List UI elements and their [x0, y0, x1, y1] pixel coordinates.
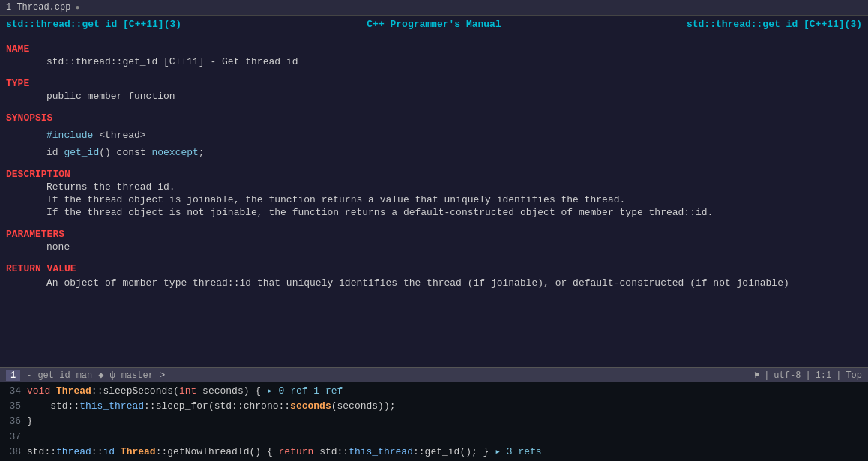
code-text: std::thread::id Thread::getNowThreadId()…: [27, 445, 542, 459]
code-text: }: [27, 415, 33, 428]
status-branch-name: master: [121, 370, 154, 381]
status-right-section: ⚑ | utf-8 | 1:1 | Top: [754, 370, 862, 381]
include-keyword: #include: [46, 130, 93, 141]
line-number: 37: [0, 430, 27, 444]
code-text: void Thread::sleepSeconds(int seconds) {…: [27, 385, 343, 398]
code-line: 34void Thread::sleepSeconds(int seconds)…: [0, 384, 868, 399]
status-pipe2: |: [805, 370, 810, 381]
section-description-header: DESCRIPTION: [6, 169, 862, 180]
code-line: 38std::thread::id Thread::getNowThreadId…: [0, 445, 868, 460]
status-pipe: |: [764, 370, 769, 381]
section-synopsis-header: SYNOPSIS: [6, 112, 862, 124]
desc-line-3: If the thread object is not joinable, th…: [46, 207, 862, 218]
status-bar: 1 - get_id man ◆ ψ master > ⚑ | utf-8 | …: [0, 367, 868, 382]
section-type-header: TYPE: [6, 78, 862, 89]
section-name-header: NAME: [6, 43, 862, 55]
man-page-header: std::thread::get_id [C++11](3) C++ Progr…: [0, 16, 868, 33]
man-header-left: std::thread::get_id [C++11](3): [6, 19, 181, 30]
section-name-content: std::thread::get_id [C++11] - Get thread…: [6, 56, 862, 67]
status-line-number: 1: [6, 370, 20, 381]
status-dash: -: [26, 370, 31, 381]
section-return-content: An object of member type thread::id that…: [6, 276, 862, 291]
line-number: 36: [0, 415, 27, 428]
line-number: 34: [0, 385, 27, 398]
section-synopsis-signature: id get_id() const noexcept;: [6, 147, 862, 158]
man-header-center: C++ Programmer's Manual: [367, 19, 501, 30]
status-scroll-position: Top: [846, 370, 862, 381]
man-header-right: std::thread::get_id [C++11](3): [687, 19, 862, 30]
status-man-label: man: [76, 370, 93, 381]
section-synopsis-include: #include <thread>: [6, 130, 862, 141]
status-flag-icon: ⚑: [754, 370, 759, 381]
section-return-header: RETURN VALUE: [6, 263, 862, 274]
code-line: 35 std::this_thread::sleep_for(std::chro…: [0, 399, 868, 414]
code-line: 36}: [0, 414, 868, 429]
code-section: 34void Thread::sleepSeconds(int seconds)…: [0, 382, 868, 461]
modified-indicator: ●: [75, 4, 79, 12]
desc-line-1: Returns the thread id.: [46, 181, 862, 193]
status-encoding: utf-8: [774, 370, 801, 381]
title-bar-filename: 1 Thread.cpp: [6, 2, 70, 13]
section-description-content: Returns the thread id. If the thread obj…: [6, 181, 862, 218]
status-pipe3: |: [836, 370, 841, 381]
section-parameters-header: PARAMETERS: [6, 229, 862, 240]
line-number: 38: [0, 445, 27, 459]
code-text: std::this_thread::sleep_for(std::chrono:…: [27, 400, 396, 413]
line-number: 35: [0, 400, 27, 413]
status-branch-end: >: [160, 370, 165, 381]
section-parameters-content: none: [6, 241, 862, 253]
man-page-body: NAME std::thread::get_id [C++11] - Get t…: [0, 39, 868, 367]
desc-line-2: If the thread object is joinable, the fu…: [46, 194, 862, 205]
status-branch-arrow: ψ: [109, 370, 115, 381]
section-type-content: public member function: [6, 91, 862, 102]
title-bar: 1 Thread.cpp ●: [0, 0, 868, 16]
status-cursor-position: 1:1: [816, 370, 832, 381]
status-diamond-icon: ◆: [98, 370, 103, 381]
status-symbol: get_id: [37, 370, 70, 381]
code-line: 37: [0, 430, 868, 445]
